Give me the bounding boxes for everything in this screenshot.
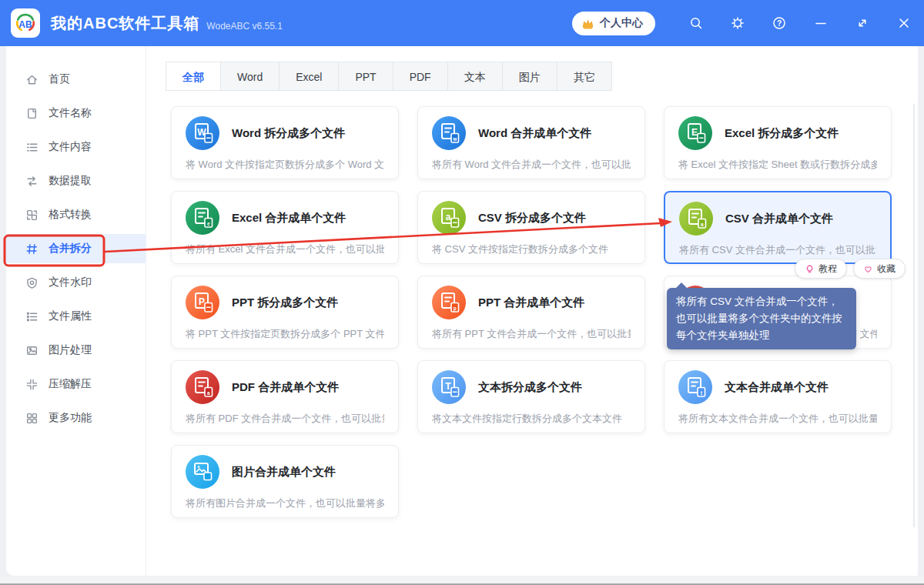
svg-text:a: a (701, 222, 704, 227)
card-title: CSV 合并成单个文件 (725, 212, 833, 226)
app-title: 我的ABC软件工具箱 (51, 13, 199, 34)
file-content-icon (25, 141, 38, 154)
sidebar-item-格式转换[interactable]: 格式转换 (6, 200, 146, 229)
sidebar-item-label: 图片处理 (49, 343, 92, 357)
card-title: PPT 合并成单个文件 (478, 296, 584, 310)
sidebar-item-label: 格式转换 (49, 208, 92, 222)
app-logo: AB (11, 8, 40, 38)
help-icon[interactable]: ? (772, 15, 787, 31)
excel-merge-icon: e (186, 201, 219, 235)
sidebar-item-更多功能[interactable]: 更多功能 (6, 403, 146, 433)
tool-card-text-split[interactable]: T文本拆分成多个文件将文本文件按指定行数拆分成多个文本文件 (417, 360, 645, 433)
ppt-split-icon: P (186, 286, 219, 319)
minimize-button[interactable] (813, 15, 829, 31)
tutorial-button[interactable]: 教程 (795, 259, 847, 279)
tab-图片[interactable]: 图片 (503, 62, 557, 91)
card-title: Word 合并成单个文件 (478, 126, 591, 141)
card-desc: 将 PPT 文件按指定页数拆分成多个 PPT 文件 (186, 327, 384, 341)
compress-icon (25, 378, 38, 391)
svg-text:w: w (452, 136, 457, 142)
card-desc: 将 CSV 文件按指定行数拆分成多个文件 (432, 242, 631, 256)
sidebar-item-文件名称[interactable]: 文件名称 (6, 99, 146, 128)
tool-card-pdf-merge[interactable]: aPDF 合并成单个文件将所有 PDF 文件合并成一个文件，也可以批量将多 (171, 360, 399, 433)
excel-split-icon: E (678, 116, 712, 150)
image-process-icon (25, 344, 38, 357)
sidebar-item-首页[interactable]: 首页 (6, 65, 146, 94)
card-title: 文本拆分成多个文件 (478, 380, 582, 395)
titlebar: AB 我的ABC软件工具箱 WodeABC v6.55.1 个人中心 (0, 0, 924, 46)
gear-icon[interactable] (730, 15, 745, 31)
svg-text:e: e (207, 221, 210, 226)
svg-text:E: E (691, 127, 698, 138)
data-extract-icon (25, 175, 38, 188)
tab-PPT[interactable]: PPT (339, 62, 393, 91)
app-logo-icon: AB (13, 11, 38, 35)
card-desc: 将所有图片合并成一个文件，也可以批量将多个文件 (186, 496, 384, 510)
tool-card-csv-split[interactable]: aCSV 拆分成多个文件将 CSV 文件按指定行数拆分成多个文件 (417, 191, 645, 264)
card-title: Word 拆分成多个文件 (232, 126, 345, 141)
sidebar-item-label: 文件名称 (49, 106, 92, 120)
more-features-icon (25, 412, 38, 425)
app-window: AB 我的ABC软件工具箱 WodeABC v6.55.1 个人中心 (0, 0, 924, 585)
card-title: CSV 拆分成多个文件 (478, 211, 586, 226)
tool-card-image-merge[interactable]: 图片合并成单个文件将所有图片合并成一个文件，也可以批量将多个文件 (171, 445, 399, 518)
tool-card-ppt-merge[interactable]: pPPT 合并成单个文件将所有 PPT 文件合并成一个文件，也可以批量将多 (417, 276, 645, 349)
word-split-icon: W (186, 116, 219, 150)
sidebar-item-压缩解压[interactable]: 压缩解压 (6, 369, 146, 399)
card-head: t文本合并成单个文件 (678, 370, 877, 404)
tool-card-text-merge[interactable]: t文本合并成单个文件将所有文本文件合并成一个文件，也可以批量将多 (664, 360, 892, 433)
tool-card-word-split[interactable]: WWord 拆分成多个文件将 Word 文件按指定页数拆分成多个 Word 文件 (171, 106, 399, 179)
tab-其它[interactable]: 其它 (557, 62, 612, 91)
card-title: 文本合并成单个文件 (725, 380, 829, 395)
heart-icon (863, 264, 873, 274)
resize-button[interactable] (855, 15, 870, 31)
tab-Word[interactable]: Word (221, 62, 280, 91)
merge-split-icon (25, 242, 38, 256)
card-head: pPPT 合并成单个文件 (432, 286, 631, 319)
sidebar-item-数据提取[interactable]: 数据提取 (6, 166, 146, 196)
sidebar-item-图片处理[interactable]: 图片处理 (6, 336, 146, 365)
tab-文本[interactable]: 文本 (448, 62, 503, 91)
svg-text:T: T (445, 381, 451, 392)
image-merge-icon (186, 455, 219, 489)
word-merge-icon: w (432, 116, 466, 150)
sidebar-item-label: 合并拆分 (49, 242, 92, 256)
tool-card-csv-merge[interactable]: aCSV 合并成单个文件将所有 CSV 文件合并成一个文件，也可以批量将多 (664, 191, 892, 264)
tool-card-ppt-split[interactable]: PPPT 拆分成多个文件将 PPT 文件按指定页数拆分成多个 PPT 文件 (171, 276, 399, 349)
tab-PDF[interactable]: PDF (393, 62, 448, 91)
card-head: 图片合并成单个文件 (186, 455, 384, 489)
svg-text:?: ? (777, 19, 782, 28)
sidebar-item-文件水印[interactable]: 文件水印 (6, 268, 146, 297)
titlebar-actions: 个人中心 ? (572, 12, 924, 35)
card-head: PPPT 拆分成多个文件 (186, 286, 384, 319)
scrollbar-track[interactable] (913, 104, 915, 527)
lightbulb-icon (805, 264, 815, 274)
personal-center-button[interactable]: 个人中心 (572, 12, 655, 35)
card-head: wWord 合并成单个文件 (432, 116, 631, 150)
sidebar-item-文件属性[interactable]: 文件属性 (6, 302, 146, 331)
main-content: 全部WordExcelPPTPDF文本图片其它 WWord 拆分成多个文件将 W… (146, 46, 918, 576)
tool-card-excel-split[interactable]: EExcel 拆分成多个文件将 Excel 文件按指定 Sheet 数或行数拆分… (664, 106, 892, 179)
sidebar-item-文件内容[interactable]: 文件内容 (6, 132, 146, 162)
watermark-icon (25, 276, 38, 289)
tutorial-label: 教程 (819, 262, 837, 276)
card-desc: 将所有 Word 文件合并成一个文件，也可以批量将多 (432, 158, 631, 172)
tool-card-excel-merge[interactable]: eExcel 合并成单个文件将所有 Excel 文件合并成一个文件，也可以批量将… (171, 191, 399, 264)
card-title: PPT 拆分成多个文件 (232, 296, 338, 310)
csv-split-icon: a (432, 201, 466, 235)
crown-icon (581, 16, 595, 31)
favorite-button[interactable]: 收藏 (853, 259, 906, 279)
card-head: EExcel 拆分成多个文件 (678, 116, 877, 150)
tab-Excel[interactable]: Excel (280, 62, 339, 91)
tab-全部[interactable]: 全部 (166, 62, 221, 91)
sidebar-item-合并拆分[interactable]: 合并拆分 (6, 234, 146, 263)
tool-card-word-merge[interactable]: wWord 合并成单个文件将所有 Word 文件合并成一个文件，也可以批量将多 (417, 106, 645, 179)
close-button[interactable] (896, 15, 912, 31)
ppt-merge-icon: p (432, 286, 466, 319)
card-tooltip: 将所有 CSV 文件合并成一个文件，也可以批量将多个文件夹中的文件按每个文件夹单… (667, 288, 856, 349)
file-attr-icon (25, 310, 38, 323)
search-icon[interactable] (688, 15, 704, 31)
card-head: T文本拆分成多个文件 (432, 370, 631, 404)
card-head: WWord 拆分成多个文件 (186, 116, 384, 150)
card-hover-actions: 教程 收藏 (795, 259, 906, 279)
